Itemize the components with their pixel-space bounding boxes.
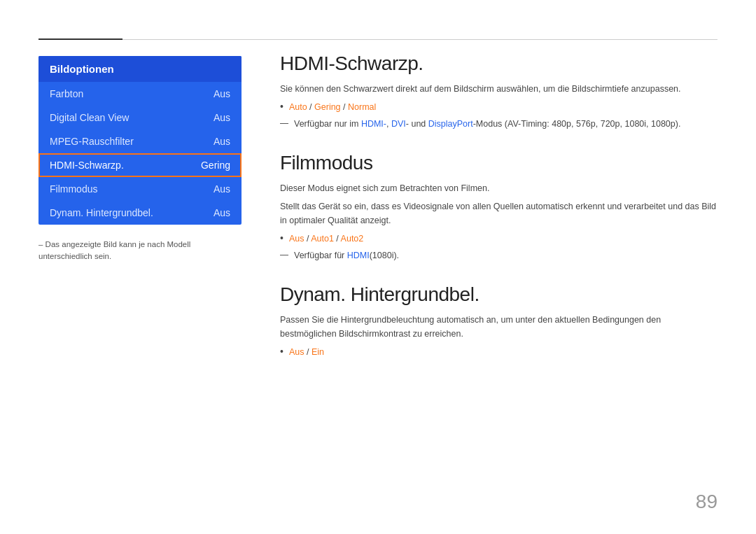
link-text: DVI [391, 119, 406, 129]
menu-item[interactable]: Dynam. Hintergrundbel.Aus [38, 201, 241, 225]
bullet-dash-item: ―Verfügbar nur im HDMI-, DVI- und Displa… [280, 117, 718, 131]
section-desc2: Stellt das Gerät so ein, dass es Videosi… [280, 199, 718, 227]
bullet-dot-item: •Aus / Auto1 / Auto2 [280, 232, 718, 246]
bullet-dot-symbol: • [280, 232, 284, 246]
menu-title: Bildoptionen [38, 56, 241, 82]
bullet-content: Verfügbar nur im HDMI-, DVI- und Display… [294, 117, 680, 131]
menu-item-value: Aus [214, 112, 230, 123]
bullet-content: Verfügbar für HDMI(1080i). [294, 248, 399, 262]
section-title: Filmmodus [280, 152, 718, 174]
menu-item-value: Aus [214, 183, 230, 195]
plain-text: / [307, 102, 314, 112]
bullet-dot-item: •Aus / Ein [280, 345, 718, 359]
option-text: Aus [289, 347, 304, 357]
main-content: HDMI-Schwarzp.Sie können den Schwarzwert… [280, 52, 718, 380]
plain-text: / [341, 102, 348, 112]
link-text: HDMI- [361, 119, 386, 129]
bullet-dot-symbol: • [280, 100, 284, 114]
section-dynam: Dynam. Hintergrundbel.Passen Sie die Hin… [280, 283, 718, 359]
menu-item[interactable]: FarbtonAus [38, 82, 241, 106]
plain-text: (1080i). [370, 251, 399, 260]
bullet-content: Auto / Gering / Normal [289, 100, 376, 114]
option-text: Auto2 [341, 234, 364, 244]
plain-text: / [334, 234, 341, 244]
sidebar-footnote: – Das angezeigte Bild kann je nach Model… [38, 239, 241, 263]
section-desc: Passen Sie die Hintergrundbeleuchtung au… [280, 313, 718, 341]
bullet-dot-symbol: • [280, 345, 284, 359]
link-text: HDMI [347, 251, 370, 260]
menu-item[interactable]: HDMI-Schwarzp.Gering [38, 153, 241, 177]
bullet-dot-item: •Auto / Gering / Normal [280, 100, 718, 114]
plain-text: / [304, 347, 311, 357]
option-text: Gering [314, 102, 341, 112]
bullet-dash-symbol: ― [280, 117, 288, 130]
menu-item-label: MPEG-Rauschfilter [50, 136, 134, 147]
menu-item-label: HDMI-Schwarzp. [50, 160, 124, 171]
plain-text: Verfügbar nur im [294, 119, 361, 129]
option-text: Auto [289, 102, 307, 112]
menu-item[interactable]: Digital Clean ViewAus [38, 106, 241, 129]
menu-item-label: Dynam. Hintergrundbel. [50, 207, 153, 218]
plain-text: -Modus (AV-Timing: 480p, 576p, 720p, 108… [473, 119, 681, 129]
option-text: Auto1 [311, 234, 334, 244]
section-desc1: Dieser Modus eignet sich zum Betrachten … [280, 181, 718, 195]
section-title: Dynam. Hintergrundbel. [280, 283, 718, 306]
menu-item-label: Digital Clean View [50, 112, 129, 123]
plain-text: Verfügbar für [294, 251, 347, 260]
menu-item-value: Aus [214, 88, 230, 99]
bullet-dash-symbol: ― [280, 248, 288, 262]
section-film: FilmmodusDieser Modus eignet sich zum Be… [280, 152, 718, 262]
plain-text: - und [406, 119, 428, 129]
section-desc: Sie können den Schwarzwert direkt auf de… [280, 82, 718, 96]
menu-item-label: Farbton [50, 88, 83, 99]
menu-item-label: Filmmodus [50, 183, 97, 195]
sidebar: Bildoptionen FarbtonAusDigital Clean Vie… [38, 56, 241, 263]
link-text: DisplayPort [428, 119, 473, 129]
plain-text: , [386, 119, 391, 129]
bullet-dash-item: ―Verfügbar für HDMI(1080i). [280, 248, 718, 262]
plain-text: / [304, 234, 311, 244]
bullet-content: Aus / Auto1 / Auto2 [289, 232, 363, 246]
option-text: Ein [312, 347, 324, 357]
menu-item[interactable]: FilmmodusAus [38, 177, 241, 201]
menu-item-value: Aus [214, 207, 230, 218]
menu-item-value: Gering [201, 160, 230, 171]
section-title: HDMI-Schwarzp. [280, 52, 718, 75]
menu-item[interactable]: MPEG-RauschfilterAus [38, 129, 241, 153]
page-number: 89 [696, 491, 718, 513]
menu-item-value: Aus [214, 136, 230, 147]
option-text: Normal [348, 102, 376, 112]
option-text: Aus [289, 234, 304, 244]
bullet-content: Aus / Ein [289, 345, 324, 359]
top-divider [38, 38, 718, 40]
menu-panel: Bildoptionen FarbtonAusDigital Clean Vie… [38, 56, 241, 225]
section-hdmi: HDMI-Schwarzp.Sie können den Schwarzwert… [280, 52, 718, 131]
